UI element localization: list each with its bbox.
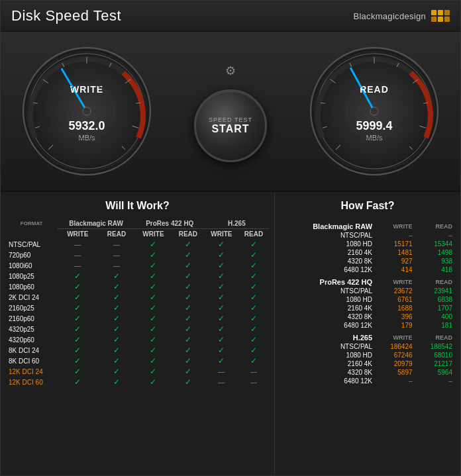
empty-sub [6,229,57,240]
read-gauge-container: READ 5999.4 MB/s [308,45,440,177]
will-it-work-table: FORMAT Blackmagic RAW ProRes 422 HQ H.26… [6,218,269,387]
wit-cell: ✓ [238,324,269,334]
read-gauge-svg: READ 5999.4 MB/s [308,45,440,177]
wit-row-label: 8K DCI 24 [6,345,57,356]
wit-cell: ✓ [205,271,238,281]
wit-cell: ✓ [135,377,172,387]
wit-row-label: 1080i60 [6,260,57,271]
wit-cell: ✓ [57,281,98,292]
wit-cell: ✓ [135,345,172,356]
hf-row-label: NTSC/PAL [280,231,375,240]
hf-read-val: – [415,377,455,385]
hf-read-val: 400 [415,312,455,321]
wit-row-label: 2K DCI 24 [6,292,57,303]
wit-cell: ✓ [238,334,269,345]
hf-write-val: 927 [375,257,415,265]
hf-read-val: 181 [415,321,455,330]
how-fast-panel: How Fast? Blackmagic RAW WRITE READ NTSC… [275,192,460,475]
hf-read-header: READ [415,274,455,287]
will-it-work-title: Will It Work? [6,200,269,212]
wit-cell: ✓ [172,324,205,334]
hf-write-val: 20979 [375,359,415,368]
gauge-section: WRITE 5932.0 MB/s ⚙ SPEED TEST START [1,32,460,192]
wit-cell: — [238,366,269,377]
hf-read-header: READ [415,330,455,342]
wit-row-label: 12K DCI 24 [6,366,57,377]
hf-row-label: NTSC/PAL [280,287,375,295]
hf-read-val: 5964 [415,368,455,377]
hf-row-label: NTSC/PAL [280,342,375,351]
wit-cell: — [57,239,98,250]
wit-cell: ✓ [205,345,238,356]
wit-row-label: 720p60 [6,250,57,260]
will-it-work-panel: Will It Work? FORMAT Blackmagic RAW ProR… [1,192,275,475]
wit-cell: ✓ [57,313,98,324]
wit-cell: ✓ [238,239,269,250]
hf-row-label: 6480 12K [280,321,375,330]
hf-row-label: 4320 8K [280,257,375,265]
wit-cell: ✓ [205,334,238,345]
wit-cell: ✓ [98,356,135,366]
h265-header: H.265 [205,218,269,229]
hf-read-val: 1498 [415,248,455,257]
data-section: Will It Work? FORMAT Blackmagic RAW ProR… [1,192,460,475]
hf-read-val: 21217 [415,359,455,368]
wit-cell: ✓ [135,281,172,292]
wit-cell: ✓ [238,271,269,281]
wit-cell: ✓ [172,271,205,281]
wit-cell: ✓ [57,303,98,313]
wit-cell: ✓ [238,260,269,271]
wit-cell: ✓ [205,250,238,260]
svg-text:MB/s: MB/s [366,134,383,142]
wit-cell: ✓ [172,377,205,387]
hf-write-header: WRITE [375,274,415,287]
hf-read-val: 15344 [415,240,455,248]
wit-cell: ✓ [135,356,172,366]
wit-cell: ✓ [205,324,238,334]
sq4 [431,17,436,22]
wit-cell: ✓ [135,313,172,324]
wit-cell: ✓ [98,303,135,313]
wit-row-label: 12K DCI 60 [6,377,57,387]
svg-point-16 [83,107,91,115]
wit-row-label: 1080p25 [6,271,57,281]
svg-text:MB/s: MB/s [78,134,95,142]
hf-row-label: 6480 12K [280,265,375,274]
brand-name: Blackmagicdesign [353,11,426,21]
hf-write-val: 414 [375,265,415,274]
wit-cell: — [98,239,135,250]
hf-write-header: WRITE [375,330,415,342]
wit-cell: ✓ [135,239,172,250]
wit-cell: ✓ [57,366,98,377]
wit-cell: ✓ [238,292,269,303]
sq3 [444,10,450,15]
sq2 [438,10,443,15]
braw-read-sub: READ [98,229,135,240]
wit-cell: ✓ [205,356,238,366]
wit-cell: ✓ [172,250,205,260]
hf-write-val: – [375,231,415,240]
brand-squares [431,10,450,22]
wit-cell: ✓ [98,292,135,303]
hf-row-label: 1080 HD [280,351,375,359]
wit-cell: ✓ [205,303,238,313]
sq5 [438,17,443,22]
h265-write-sub: WRITE [205,229,238,240]
format-header: FORMAT [6,218,57,229]
braw-header: Blackmagic RAW [57,218,135,229]
braw-write-sub: WRITE [57,229,98,240]
hf-row-label: 1080 HD [280,240,375,248]
settings-button[interactable]: ⚙ [220,60,241,81]
app-title: Disk Speed Test [11,7,121,24]
wit-cell: ✓ [205,292,238,303]
hf-write-val: 1481 [375,248,415,257]
wit-cell: ✓ [98,345,135,356]
hf-write-val: 23672 [375,287,415,295]
wit-cell: ✓ [57,356,98,366]
wit-cell: ✓ [172,334,205,345]
wit-row-label: NTSC/PAL [6,239,57,250]
wit-cell: — [98,260,135,271]
start-button[interactable]: SPEED TEST START [194,89,267,162]
write-gauge-svg: WRITE 5932.0 MB/s [21,45,153,177]
wit-cell: ✓ [172,303,205,313]
